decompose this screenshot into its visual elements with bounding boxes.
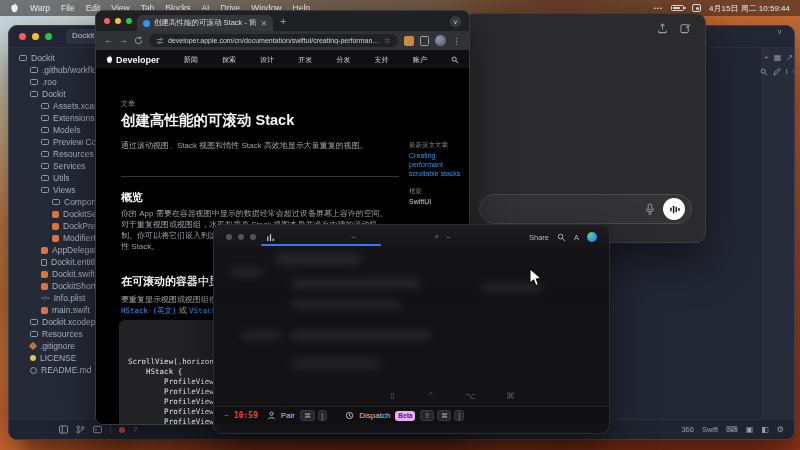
- nav-item[interactable]: 开发: [298, 55, 312, 65]
- menu-item[interactable]: File: [61, 3, 75, 13]
- zoom-in-button[interactable]: +: [434, 232, 439, 242]
- close-button[interactable]: [226, 234, 232, 240]
- nav-item[interactable]: 新闻: [184, 55, 198, 65]
- dock-icon[interactable]: I: [786, 68, 788, 76]
- close-button[interactable]: [19, 33, 26, 40]
- keycap: |: [318, 410, 328, 421]
- tree-item-label: main.swift: [52, 305, 90, 315]
- dock-icon[interactable]: ▦: [774, 54, 782, 62]
- status-icon[interactable]: ⌨: [726, 426, 738, 434]
- tree-item-label: Dockit: [31, 53, 55, 63]
- dock-icon[interactable]: ≡: [793, 68, 795, 76]
- blurred-content: [276, 254, 361, 264]
- tree-item-label: .roo: [42, 77, 57, 87]
- battery-icon[interactable]: [671, 5, 684, 11]
- text-size-button[interactable]: A: [574, 233, 579, 242]
- swift-icon: [52, 223, 59, 230]
- site-settings-icon[interactable]: [156, 37, 164, 45]
- diagnostics-count[interactable]: 366: [681, 425, 694, 434]
- chat-input[interactable]: [479, 194, 692, 224]
- help-icon[interactable]: ?: [133, 425, 137, 434]
- keycap: ⌘: [300, 410, 315, 421]
- minimize-button[interactable]: [32, 33, 39, 40]
- status-icon[interactable]: ◧: [761, 426, 769, 434]
- pencil-icon[interactable]: [773, 68, 781, 76]
- menu-item[interactable]: Warp: [30, 3, 50, 13]
- nav-item[interactable]: 设计: [260, 55, 274, 65]
- status-icon[interactable]: ⚙: [777, 426, 784, 434]
- microphone-icon[interactable]: [645, 203, 655, 215]
- overview-heading: 概览: [121, 190, 143, 205]
- side-panel-icon[interactable]: [420, 36, 429, 46]
- pair-label[interactable]: Pair: [281, 411, 295, 420]
- apple-menu-icon[interactable]: [10, 3, 19, 13]
- zoom-button[interactable]: [45, 33, 52, 40]
- nav-item[interactable]: 探索: [222, 55, 236, 65]
- folder-icon: [41, 187, 49, 193]
- back-button[interactable]: ←: [104, 36, 113, 45]
- tree-item-label: Extensions: [53, 113, 95, 123]
- keycap: ⇧: [420, 410, 433, 421]
- developer-logo[interactable]: Developer: [106, 55, 160, 65]
- divider: [121, 176, 399, 177]
- dispatch-label[interactable]: Dispatch: [359, 411, 390, 420]
- status-right: 366 Swift ⌨▣◧⚙: [681, 425, 784, 434]
- right-dock-icons-1: +▦↗: [764, 54, 793, 62]
- new-chat-icon[interactable]: [680, 23, 691, 34]
- record-icon[interactable]: [119, 427, 125, 433]
- control-center-icon[interactable]: •••: [654, 5, 663, 11]
- right-dock: +▦↗ I≡: [762, 48, 794, 419]
- zoom-out-button[interactable]: −: [446, 232, 451, 242]
- pair-shortcut: ⌘|: [300, 410, 327, 421]
- latest-article-link[interactable]: Creating performant scrollable stacks: [409, 152, 460, 177]
- nav-item[interactable]: 支持: [375, 55, 389, 65]
- status-right-icons: ⌨▣◧⚙: [726, 426, 784, 434]
- right-dock-icons-2: I≡: [760, 68, 795, 76]
- chat-toolbar: [657, 23, 691, 34]
- terminal-icon[interactable]: [93, 425, 102, 434]
- dock-icon[interactable]: ↗: [786, 54, 793, 62]
- reload-button[interactable]: [134, 36, 143, 45]
- bookmark-icon[interactable]: ☆: [384, 36, 391, 45]
- share-button[interactable]: Share: [529, 233, 549, 242]
- extension-icon[interactable]: [404, 36, 414, 46]
- search-icon[interactable]: [760, 68, 768, 76]
- tab-search-button[interactable]: ∨: [450, 16, 461, 27]
- forward-button[interactable]: →: [119, 36, 128, 45]
- browser-menu-icon[interactable]: ⋮: [452, 36, 461, 46]
- tab-dash[interactable]: −: [351, 232, 356, 242]
- git-branch-icon[interactable]: [76, 425, 85, 434]
- browser-tab[interactable]: 创建高性能的可滚动 Stack - 简 ✕: [137, 15, 273, 31]
- screen-record-icon[interactable]: [692, 4, 701, 12]
- nav-item[interactable]: 分发: [336, 55, 350, 65]
- chart-icon[interactable]: [266, 233, 275, 242]
- status-icon[interactable]: ▣: [746, 426, 754, 434]
- tab-close-icon[interactable]: ✕: [261, 19, 268, 28]
- search-icon[interactable]: [451, 56, 459, 64]
- profile-avatar[interactable]: [435, 35, 446, 46]
- folder-icon: [30, 319, 38, 325]
- hstack-link[interactable]: HStack (英文): [121, 306, 177, 315]
- nav-item[interactable]: 账户: [413, 55, 427, 65]
- swift-icon: [41, 283, 48, 290]
- new-tab-button[interactable]: +: [280, 16, 286, 27]
- minimize-button[interactable]: [238, 234, 244, 240]
- panel-toggle-icon[interactable]: [59, 425, 68, 434]
- language-indicator[interactable]: Swift: [702, 425, 718, 434]
- close-button[interactable]: [104, 18, 110, 24]
- dock-icon[interactable]: +: [764, 54, 769, 62]
- search-icon[interactable]: [557, 233, 566, 242]
- chevron-down-icon[interactable]: ∨: [777, 28, 782, 36]
- share-icon[interactable]: [657, 23, 668, 34]
- zoom-button[interactable]: [250, 234, 256, 240]
- menubar-clock[interactable]: 4月15日 周二 10:59:44: [709, 3, 790, 14]
- zoom-button[interactable]: [126, 18, 132, 24]
- framework-name[interactable]: SwiftUI: [409, 197, 466, 206]
- voice-mode-button[interactable]: [663, 198, 685, 220]
- developer-nav: 新闻探索设计开发分发支持账户: [160, 55, 451, 65]
- address-bar[interactable]: developer.apple.com/cn/documentation/swi…: [149, 34, 398, 47]
- article-intro: 通过滚动视图、Stack 视图和惰性 Stack 高效地显示大量重复的视图。: [121, 140, 386, 151]
- profile-globe-icon[interactable]: [587, 232, 597, 242]
- minimize-button[interactable]: [115, 18, 121, 24]
- dispatch-icon: [345, 411, 354, 420]
